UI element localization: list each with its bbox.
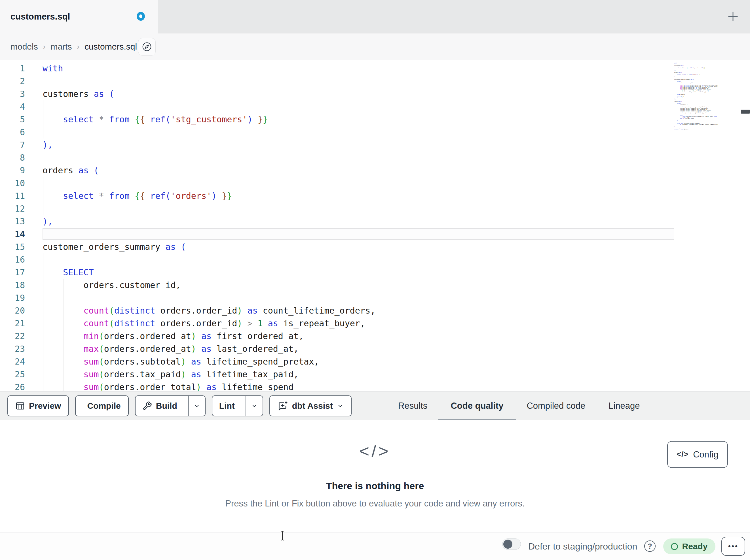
line-number: 2 xyxy=(0,75,25,87)
code-line[interactable] xyxy=(42,126,417,139)
code-line[interactable]: sum(orders.subtotal) as lifetime_spend_p… xyxy=(42,355,417,368)
breadcrumb-row: models›marts›customers.sql Save xyxy=(0,34,750,60)
line-number: 11 xyxy=(0,189,25,202)
code-line[interactable] xyxy=(42,151,417,164)
code-line[interactable]: count(distinct orders.order_id) as count… xyxy=(42,304,417,317)
code-icon: </> xyxy=(676,450,689,459)
tab-lineage[interactable]: Lineage xyxy=(609,392,640,420)
line-number: 3 xyxy=(0,87,25,100)
status-badge[interactable]: Ready xyxy=(663,538,715,554)
config-button[interactable]: </> Config xyxy=(667,441,728,468)
breadcrumb-separator: › xyxy=(77,42,79,51)
code-editor[interactable]: 1234567891011121314151617181920212223242… xyxy=(0,60,750,391)
code-line[interactable] xyxy=(42,253,417,266)
code-line[interactable]: ), xyxy=(42,139,417,151)
toggle-knob xyxy=(503,540,512,549)
breadcrumb-item-marts[interactable]: marts xyxy=(51,42,72,51)
ready-ring-icon xyxy=(671,543,678,550)
line-number: 7 xyxy=(0,139,25,151)
help-icon[interactable]: ? xyxy=(644,540,656,552)
line-number: 10 xyxy=(0,177,25,189)
tab-compiled-code[interactable]: Compiled code xyxy=(527,392,585,420)
line-number: 16 xyxy=(0,253,25,266)
defer-toggle[interactable] xyxy=(502,538,521,550)
config-button-label: Config xyxy=(693,450,718,460)
code-line[interactable]: count(distinct orders.order_id) > 1 as i… xyxy=(42,317,417,330)
tab-code-quality[interactable]: Code quality xyxy=(451,392,503,420)
line-number: 24 xyxy=(0,355,25,368)
compile-label: Compile xyxy=(87,401,120,411)
line-number: 23 xyxy=(0,343,25,355)
code-line[interactable]: ), xyxy=(42,215,417,228)
line-number: 14 xyxy=(0,228,25,241)
code-line[interactable]: on customers.customer_id = customer_orde… xyxy=(674,124,718,125)
code-icon: </> xyxy=(0,441,750,461)
code-line[interactable] xyxy=(42,100,417,113)
line-number: 25 xyxy=(0,368,25,381)
code-line[interactable]: customers as ( xyxy=(42,87,417,100)
code-line[interactable] xyxy=(42,291,417,304)
code-line[interactable]: select * from {{ ref('stg_customers') }} xyxy=(42,113,417,126)
code-line[interactable]: sum(orders.order_total) as lifetime_spen… xyxy=(42,381,417,391)
chevron-down-icon xyxy=(193,402,200,409)
build-button[interactable]: Build xyxy=(135,395,205,416)
navigate-button[interactable] xyxy=(138,38,156,56)
code-line[interactable]: select * from {{ ref('orders') }} xyxy=(42,189,417,202)
line-number: 15 xyxy=(0,241,25,253)
code-line[interactable]: SELECT xyxy=(42,266,417,279)
code-area[interactable]: withcustomers as ( select * from {{ ref(… xyxy=(42,62,417,391)
breadcrumb-separator: › xyxy=(43,42,46,51)
scrollbar-thumb[interactable] xyxy=(741,110,750,113)
build-main[interactable]: Build xyxy=(136,396,184,416)
wrench-icon xyxy=(142,401,152,411)
action-bar: PreviewCompileBuildLintdbt Assist xyxy=(7,395,352,416)
compass-icon xyxy=(141,41,152,52)
code-line[interactable]: orders.customer_id, xyxy=(42,279,417,291)
build-dropdown-toggle[interactable] xyxy=(188,396,205,416)
new-tab-button[interactable] xyxy=(724,7,742,25)
chevron-down-icon xyxy=(337,402,344,409)
code-line[interactable]: sum(orders.tax_paid) as lifetime_tax_pai… xyxy=(42,368,417,381)
line-number: 6 xyxy=(0,126,25,139)
code-line[interactable] xyxy=(42,228,417,241)
tab-results[interactable]: Results xyxy=(398,392,427,420)
preview-label: Preview xyxy=(29,401,61,411)
chat-sparkle-icon xyxy=(277,400,288,411)
code-line[interactable]: min(orders.ordered_at) as first_ordered_… xyxy=(42,330,417,343)
lint-main[interactable]: Lint xyxy=(212,396,242,416)
empty-state-subtitle: Press the Lint or Fix button above to ev… xyxy=(0,499,750,509)
code-line[interactable]: orders as ( xyxy=(42,164,417,177)
code-line[interactable] xyxy=(42,202,417,215)
code-line[interactable]: customer_orders_summary as ( xyxy=(42,241,417,253)
panel-toolbar: PreviewCompileBuildLintdbt Assist Result… xyxy=(0,391,750,420)
panel-tabs: ResultsCode qualityCompiled codeLineage xyxy=(398,392,640,420)
line-number: 9 xyxy=(0,164,25,177)
status-badge-label: Ready xyxy=(682,542,708,551)
line-number: 18 xyxy=(0,279,25,291)
code-line[interactable]: max(orders.ordered_at) as last_ordered_a… xyxy=(42,343,417,355)
breadcrumb-item-customers-sql[interactable]: customers.sql xyxy=(84,42,137,51)
code-line[interactable]: with xyxy=(42,62,417,75)
lint-dropdown-toggle[interactable] xyxy=(245,396,262,416)
code-line[interactable] xyxy=(42,75,417,87)
code-quality-panel: </> There is nothing here Press the Lint… xyxy=(0,420,750,533)
line-number: 19 xyxy=(0,291,25,304)
tab-title: customers.sql xyxy=(11,12,70,22)
breadcrumb-item-models[interactable]: models xyxy=(11,42,38,51)
line-number: 13 xyxy=(0,215,25,228)
breadcrumb: models›marts›customers.sql xyxy=(11,34,137,60)
line-number: 26 xyxy=(0,381,25,391)
line-number: 4 xyxy=(0,100,25,113)
more-options-button[interactable]: ••• xyxy=(722,537,745,556)
code-line[interactable]: select * from joined xyxy=(674,129,718,130)
tab-customers-sql[interactable]: customers.sql xyxy=(0,0,158,34)
line-number: 22 xyxy=(0,330,25,343)
code-line[interactable] xyxy=(42,177,417,189)
minimap[interactable]: withcustomers as ( select * from {{ ref(… xyxy=(674,63,718,193)
dbt-assist-button[interactable]: dbt Assist xyxy=(269,395,352,416)
build-label: Build xyxy=(156,401,177,411)
defer-label: Defer to staging/production xyxy=(528,533,637,560)
lint-button[interactable]: Lint xyxy=(212,395,263,416)
preview-button[interactable]: Preview xyxy=(7,395,69,416)
compile-button[interactable]: Compile xyxy=(75,395,129,416)
